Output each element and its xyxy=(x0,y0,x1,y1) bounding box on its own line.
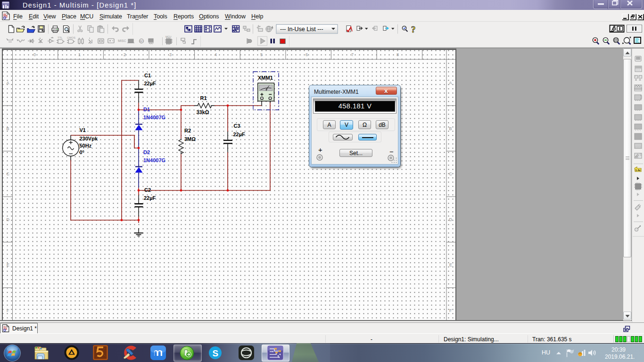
svg-text:C2: C2 xyxy=(144,187,151,193)
svg-text:C1: C1 xyxy=(144,73,151,78)
svg-text:1N4007G: 1N4007G xyxy=(143,157,165,163)
svg-text:6: 6 xyxy=(305,52,308,57)
svg-text:MCU: MCU xyxy=(165,35,172,38)
svg-text:A: A xyxy=(7,81,9,85)
svg-text:B: B xyxy=(7,126,9,131)
svg-text:22µF: 22µF xyxy=(144,195,156,201)
svg-text:F: F xyxy=(7,308,9,313)
svg-text:1.4v: 1.4v xyxy=(636,169,641,172)
svg-text:5: 5 xyxy=(260,52,263,57)
svg-text:230Vpk: 230Vpk xyxy=(80,136,98,141)
svg-text:D1: D1 xyxy=(143,107,150,112)
svg-text:33kΩ: 33kΩ xyxy=(197,109,209,115)
svg-text:2: 2 xyxy=(124,52,126,57)
svg-text:D: D xyxy=(449,217,453,222)
svg-text:B: B xyxy=(449,126,452,131)
svg-text:D2: D2 xyxy=(143,149,150,155)
svg-text:8: 8 xyxy=(396,52,399,57)
svg-text:7: 7 xyxy=(351,52,354,57)
svg-text:F: F xyxy=(449,308,452,313)
svg-text:S: S xyxy=(213,348,219,358)
svg-text:R1: R1 xyxy=(200,95,207,101)
svg-text:?: ? xyxy=(411,25,416,34)
svg-text:M: M xyxy=(140,40,143,43)
svg-text:MISC: MISC xyxy=(118,39,126,42)
svg-text:0: 0 xyxy=(33,52,36,57)
svg-text:22µF: 22µF xyxy=(233,132,246,137)
svg-text:4: 4 xyxy=(215,52,217,57)
svg-text:R2: R2 xyxy=(184,128,191,133)
svg-text:CMOS: CMOS xyxy=(67,36,75,39)
svg-text:22µF: 22µF xyxy=(144,81,157,86)
svg-text:XMM1: XMM1 xyxy=(258,75,273,81)
svg-text:50Hz: 50Hz xyxy=(80,143,92,148)
svg-text:--- In-Use List ---: --- In-Use List --- xyxy=(280,26,323,33)
svg-text:AG: AG xyxy=(635,156,638,158)
svg-text:C: C xyxy=(449,172,453,176)
svg-text:A: A xyxy=(449,81,452,85)
svg-text:v: v xyxy=(90,41,91,45)
svg-text:C: C xyxy=(7,172,10,176)
svg-text:V1: V1 xyxy=(80,127,86,133)
svg-text:3MΩ: 3MΩ xyxy=(184,136,196,142)
svg-text:D: D xyxy=(7,217,10,222)
svg-text:TTL: TTL xyxy=(58,36,63,39)
svg-text:E: E xyxy=(7,263,9,267)
svg-text:3: 3 xyxy=(169,52,172,57)
svg-text:1: 1 xyxy=(78,52,81,57)
svg-text:E: E xyxy=(449,263,452,267)
svg-text:C3: C3 xyxy=(234,123,240,129)
svg-text:0°: 0° xyxy=(80,149,85,155)
svg-text:1N4007G: 1N4007G xyxy=(143,115,165,120)
